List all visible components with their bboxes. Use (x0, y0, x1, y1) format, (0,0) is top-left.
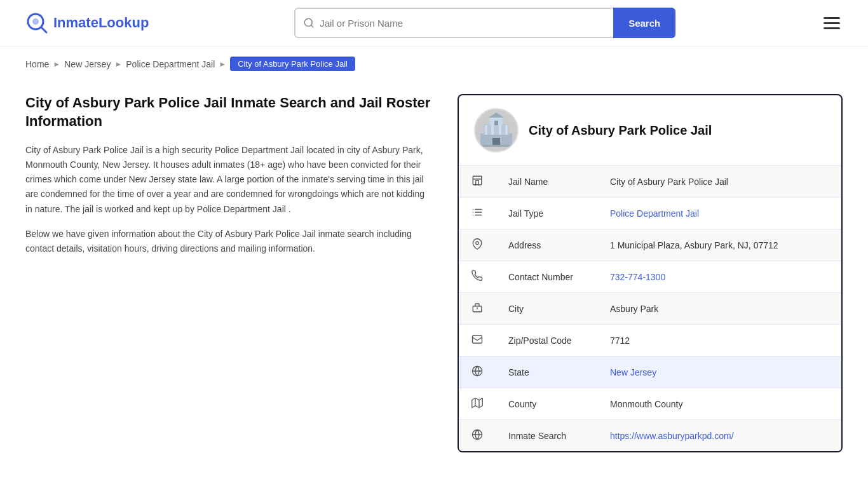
logo-text: InmateLookup (53, 15, 149, 31)
table-row: Inmate Searchhttps://www.asburyparkpd.co… (459, 420, 841, 452)
logo-icon (25, 11, 48, 34)
header: InmateLookup Search (0, 0, 868, 46)
search-input-wrapper (294, 8, 613, 38)
svg-rect-9 (485, 125, 487, 135)
description-para2: Below we have given information about th… (25, 227, 432, 256)
globe-icon (459, 356, 496, 388)
search-icon (303, 17, 315, 29)
table-row: CountyMonmouth County (459, 388, 841, 420)
svg-rect-14 (482, 145, 510, 147)
description-para1: City of Asbury Park Police Jail is a hig… (25, 143, 432, 216)
city-icon (459, 293, 496, 325)
svg-line-1 (41, 27, 46, 32)
page-heading: City of Asbury Park Police Jail Inmate S… (25, 94, 432, 130)
field-value: Asbury Park (597, 293, 841, 325)
breadcrumb-sep1: ► (53, 60, 60, 69)
list-icon (459, 198, 496, 229)
table-row: StateNew Jersey (459, 356, 841, 388)
info-card: City of Asbury Park Police Jail Jail Nam… (458, 94, 843, 452)
jail-card-title: City of Asbury Park Police Jail (529, 123, 712, 138)
hamburger-line1 (824, 17, 840, 19)
breadcrumb-sep3: ► (219, 60, 226, 69)
field-value: 1 Municipal Plaza, Asbury Park, NJ, 0771… (597, 229, 841, 261)
table-row: Contact Number732-774-1300 (459, 261, 841, 293)
svg-marker-29 (472, 398, 483, 408)
info-table: Jail NameCity of Asbury Park Police Jail… (459, 166, 841, 451)
field-value: 7712 (597, 325, 841, 356)
field-value: Monmouth County (597, 388, 841, 420)
search-button[interactable]: Search (613, 8, 675, 38)
field-label: City (496, 293, 597, 325)
breadcrumb-current: City of Asbury Park Police Jail (230, 57, 355, 71)
breadcrumb-police-dept[interactable]: Police Department Jail (126, 59, 215, 69)
search-globe-icon (459, 420, 496, 452)
svg-point-23 (476, 241, 479, 245)
field-label: Contact Number (496, 261, 597, 293)
svg-line-4 (311, 25, 313, 27)
svg-marker-15 (489, 112, 504, 118)
map-icon (459, 388, 496, 420)
breadcrumb: Home ► New Jersey ► Police Department Ja… (0, 46, 868, 81)
field-label: Address (496, 229, 597, 261)
breadcrumb-new-jersey[interactable]: New Jersey (64, 59, 111, 69)
logo: InmateLookup (25, 11, 149, 34)
building-icon (459, 166, 496, 198)
location-icon (459, 229, 496, 261)
field-label: Jail Type (496, 198, 597, 229)
jail-avatar (474, 108, 519, 152)
menu-button[interactable] (821, 15, 843, 32)
main-content: City of Asbury Park Police Jail Inmate S… (0, 81, 868, 465)
field-label: Jail Name (496, 166, 597, 198)
table-row: Zip/Postal Code7712 (459, 325, 841, 356)
svg-rect-12 (505, 125, 508, 135)
hamburger-line2 (824, 22, 840, 24)
field-value[interactable]: Police Department Jail (597, 198, 841, 229)
svg-rect-10 (491, 125, 494, 135)
svg-rect-26 (473, 336, 482, 343)
field-value[interactable]: https://www.asburyparkpd.com/ (597, 420, 841, 452)
table-row: Address1 Municipal Plaza, Asbury Park, N… (459, 229, 841, 261)
table-row: CityAsbury Park (459, 293, 841, 325)
jail-building-image (477, 111, 515, 149)
field-label: State (496, 356, 597, 388)
search-area: Search (294, 8, 675, 38)
field-label: Inmate Search (496, 420, 597, 452)
left-panel: City of Asbury Park Police Jail Inmate S… (25, 94, 432, 452)
table-row: Jail TypePolice Department Jail (459, 198, 841, 229)
svg-rect-11 (499, 125, 501, 135)
search-input[interactable] (320, 18, 606, 29)
field-value: City of Asbury Park Police Jail (597, 166, 841, 198)
right-panel: City of Asbury Park Police Jail Jail Nam… (458, 94, 843, 452)
phone-icon (459, 261, 496, 293)
field-value[interactable]: 732-774-1300 (597, 261, 841, 293)
svg-point-2 (32, 18, 39, 25)
field-value[interactable]: New Jersey (597, 356, 841, 388)
breadcrumb-sep2: ► (114, 60, 122, 69)
info-card-header: City of Asbury Park Police Jail (459, 95, 841, 166)
svg-rect-8 (494, 121, 498, 125)
hamburger-line3 (824, 27, 840, 29)
breadcrumb-home[interactable]: Home (25, 59, 49, 69)
mail-icon (459, 325, 496, 356)
field-label: Zip/Postal Code (496, 325, 597, 356)
field-label: County (496, 388, 597, 420)
table-row: Jail NameCity of Asbury Park Police Jail (459, 166, 841, 198)
